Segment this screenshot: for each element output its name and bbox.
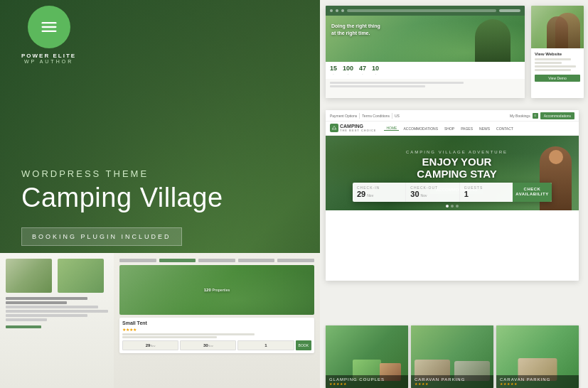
screen-stats: 15 · 100 · 47 · 10 ·	[326, 62, 525, 79]
bottom-thumbnails: GLAMPING COUPLES ★★★★★ CARAVAN PARKING ★…	[326, 325, 579, 388]
checkin-month: Nov	[367, 193, 373, 198]
nav-contact[interactable]: CONTACT	[494, 126, 515, 131]
left-bottom-previews: 120 Properties Small Tent ★★★★	[0, 253, 320, 388]
main-logo: CAMPING THE BEST CHOICE	[330, 124, 376, 132]
nav-pages[interactable]: PAGES	[459, 126, 475, 131]
preview-article	[0, 253, 114, 388]
checkin-day: 29	[357, 190, 365, 199]
preview-booking-card: Small Tent ★★★★ 29	[119, 318, 314, 353]
vw-person-2	[547, 16, 568, 48]
checkout-field[interactable]: CHECK-OUT 30 Nov	[406, 183, 459, 202]
thumb-1[interactable]: GLAMPING COUPLES ★★★★★	[326, 325, 408, 388]
line-1	[330, 82, 464, 84]
guests-num: 1	[464, 190, 508, 199]
top-bar-right: My Bookings 0 Accommodations	[510, 112, 574, 119]
vw-lines	[535, 58, 580, 71]
author-icon	[28, 6, 70, 48]
logo-svg	[331, 125, 337, 131]
checkout-day: 30	[410, 190, 419, 199]
bottom-lines	[330, 82, 520, 87]
nav-bar	[347, 9, 496, 12]
nav-news[interactable]: NEWS	[477, 126, 492, 131]
nav-dot-1	[330, 9, 333, 12]
right-panel: Doing the right thing at the right time.…	[320, 0, 588, 388]
hero-title-line2: CAMPING STAY	[406, 168, 508, 180]
line-2	[330, 85, 425, 87]
dot-2	[451, 205, 454, 208]
view-website-card: View Website View Demo	[531, 6, 584, 98]
svg-rect-0	[41, 22, 56, 23]
nav-item-3	[198, 259, 235, 262]
vw-line-1	[535, 58, 571, 60]
nav-accommodations[interactable]: ACCOMMODATIONS	[401, 126, 440, 131]
preview-strip: 120 Properties Small Tent ★★★★	[0, 253, 320, 388]
checkin-field[interactable]: CHECK-IN 29 Nov	[353, 183, 406, 202]
preview-img-2	[58, 259, 104, 293]
vw-line-4	[535, 69, 571, 71]
main-hero: CAMPING VILLAGE ADVENTURE ENJOY YOUR CAM…	[326, 136, 579, 210]
stat-3: 47 ·	[359, 65, 366, 76]
tent-label: Small Tent	[122, 320, 311, 325]
nav-item-5	[277, 259, 314, 262]
booking-bar: CHECK-IN 29 Nov CHECK-OUT 30 Nov	[353, 183, 552, 202]
guests-field[interactable]: 1	[237, 340, 294, 350]
nav-item-1	[119, 259, 156, 262]
main-container: POWER ELITE WP AUTHOR WORDPRESS THEME Ca…	[0, 0, 588, 388]
screen-bottom	[326, 79, 525, 98]
booking-badge: BOOKING PLUGIN INCLUDED	[21, 227, 182, 246]
check-availability-btn[interactable]: CHECK AVAILABILITY	[513, 183, 552, 202]
screenshot-main: Payment Options Terms Conditions US My B…	[326, 110, 579, 281]
author-badge: POWER ELITE WP AUTHOR	[21, 6, 76, 64]
main-nav: CAMPING THE BEST CHOICE HOME ACCOMMODATI…	[326, 122, 579, 136]
thumb-2[interactable]: CARAVAN PARKING ★★★★	[411, 325, 493, 388]
top-bar-divider-2	[392, 113, 392, 119]
theme-title: Camping Village	[21, 183, 223, 213]
vw-image	[531, 6, 584, 48]
stat-4-label: ·	[372, 72, 379, 76]
nav-bar-right	[499, 9, 520, 12]
stat-1: 15 ·	[330, 65, 337, 76]
thumb-2-label: CARAVAN PARKING ★★★★	[411, 375, 493, 388]
stat-2-num: 100	[343, 65, 353, 72]
book-btn[interactable]: BOOK	[296, 340, 311, 350]
preview-mini-hero: 120 Properties	[119, 265, 314, 315]
vw-label: View Website	[535, 52, 580, 56]
preview-img-1	[6, 259, 52, 293]
screen-hero-text: Doing the right thing at the right time.	[331, 23, 380, 37]
nav-shop[interactable]: SHOP	[442, 126, 456, 131]
top-bar-item-1: Payment Options	[330, 114, 357, 118]
thumb-3-label: CARAVAN PARKING ★★★★★	[496, 375, 579, 388]
stat-4-num: 10	[372, 65, 379, 72]
preview-theme-demo: 120 Properties Small Tent ★★★★	[114, 253, 320, 388]
bookings-link: My Bookings	[510, 114, 530, 118]
dot-1	[446, 205, 449, 208]
vw-body: View Website View Demo	[531, 48, 584, 85]
stat-4: 10 ·	[372, 65, 379, 76]
booking-fields: 29 Nov 30 Nov 1 BOOK	[122, 340, 311, 350]
author-logo-icon	[39, 17, 59, 37]
top-bar-item-2: Terms Conditions	[362, 114, 390, 118]
nav-item-4	[238, 259, 275, 262]
nav-dot-3	[341, 9, 344, 12]
hero-person-silhouette	[475, 19, 511, 62]
author-text: POWER ELITE WP AUTHOR	[21, 53, 76, 64]
checkout-month: Nov	[421, 193, 427, 198]
nav-dot-2	[336, 9, 338, 12]
nav-home[interactable]: HOME	[384, 126, 399, 131]
view-website-button[interactable]: View Demo	[535, 75, 580, 82]
checkin-field[interactable]: 29 Nov	[122, 340, 178, 350]
stat-1-num: 15	[330, 65, 337, 72]
left-content: WORDPRESS THEME Camping Village BOOKING …	[21, 168, 223, 246]
cart-icon: 0	[533, 113, 538, 119]
thumb-3[interactable]: CARAVAN PARKING ★★★★★	[496, 325, 579, 388]
wp-theme-label: WORDPRESS THEME	[21, 168, 223, 179]
preview-hero-count: 120 Properties	[204, 288, 230, 292]
left-panel: POWER ELITE WP AUTHOR WORDPRESS THEME Ca…	[0, 0, 320, 388]
vw-line-2	[535, 62, 562, 64]
stat-1-label: ·	[330, 72, 337, 76]
stat-3-label: ·	[359, 72, 366, 76]
main-top-bar: Payment Options Terms Conditions US My B…	[326, 110, 579, 122]
accommodations-btn[interactable]: Accommodations	[540, 112, 574, 119]
guests-field[interactable]: GUESTS 1	[460, 183, 513, 202]
checkout-field[interactable]: 30 Nov	[180, 340, 236, 350]
